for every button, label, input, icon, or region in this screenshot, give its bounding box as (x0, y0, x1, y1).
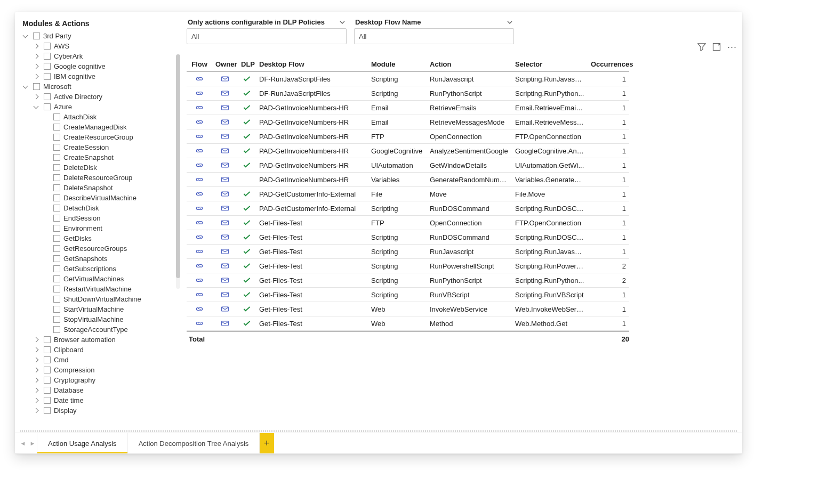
checkbox[interactable] (44, 63, 51, 70)
owner-mail-icon[interactable] (212, 288, 238, 302)
owner-mail-icon[interactable] (212, 101, 238, 115)
checkbox[interactable] (53, 215, 60, 222)
tree-node[interactable]: ShutDownVirtualMachine (22, 294, 173, 304)
flow-link-icon[interactable] (187, 259, 212, 273)
checkbox[interactable] (44, 346, 51, 353)
checkbox[interactable] (53, 326, 60, 333)
owner-mail-icon[interactable] (212, 302, 238, 316)
filter-icon[interactable] (697, 43, 706, 51)
col-desktop-flow[interactable]: Desktop Flow (256, 57, 368, 71)
flow-link-icon[interactable] (187, 245, 212, 258)
checkbox[interactable] (53, 154, 60, 161)
tree-node[interactable]: CreateManagedDisk (22, 122, 173, 132)
table-row[interactable]: Get-Files-TestFTPOpenConnectionFTP.OpenC… (187, 216, 629, 230)
tree-node[interactable]: GetSubscriptions (22, 264, 173, 274)
tree-node[interactable]: Database (22, 385, 173, 395)
owner-mail-icon[interactable] (212, 144, 238, 158)
owner-mail-icon[interactable] (212, 115, 238, 129)
tree-node[interactable]: GetResourceGroups (22, 243, 173, 254)
chevron-right-icon[interactable] (33, 367, 41, 374)
tree-node[interactable]: Display (22, 405, 173, 416)
table-row[interactable]: DF-RunJavaScriptFilesScriptingRunPythonS… (187, 86, 629, 101)
checkbox[interactable] (53, 235, 60, 242)
col-action[interactable]: Action (427, 57, 512, 71)
table-row[interactable]: PAD-GetInvoiceNumbers-HRVariablesGenerat… (187, 173, 629, 187)
owner-mail-icon[interactable] (212, 230, 238, 244)
tree-node[interactable]: Microsoft (22, 82, 173, 92)
page-tab[interactable]: Action Decomposition Tree Analysis (127, 433, 260, 453)
col-occurrences[interactable]: Occurrences (588, 57, 629, 71)
owner-mail-icon[interactable] (212, 316, 238, 330)
tree-node[interactable]: Cmd (22, 355, 173, 365)
owner-mail-icon[interactable] (212, 86, 238, 100)
tree-node[interactable]: IBM cognitive (22, 71, 173, 82)
flow-link-icon[interactable] (187, 86, 212, 100)
chevron-right-icon[interactable] (33, 397, 41, 404)
flow-link-icon[interactable] (187, 288, 212, 302)
page-tab[interactable]: Action Usage Analysis (37, 433, 128, 453)
tree-node[interactable]: StopVirtualMachine (22, 314, 173, 324)
chevron-right-icon[interactable] (33, 377, 41, 384)
owner-mail-icon[interactable] (212, 259, 238, 273)
tree-node[interactable]: RestartVirtualMachine (22, 284, 173, 294)
tree-node[interactable]: Environment (22, 223, 173, 233)
tree-node[interactable]: DeleteDisk (22, 162, 173, 173)
owner-mail-icon[interactable] (212, 173, 238, 186)
checkbox[interactable] (44, 53, 51, 60)
checkbox[interactable] (53, 286, 60, 292)
chevron-right-icon[interactable] (33, 356, 41, 364)
chevron-right-icon[interactable] (33, 53, 41, 60)
checkbox[interactable] (44, 367, 51, 373)
table-row[interactable]: DF-RunJavaScriptFilesScriptingRunJavascr… (187, 72, 629, 86)
checkbox[interactable] (44, 377, 51, 384)
tree-node[interactable]: DeleteResourceGroup (22, 173, 173, 183)
tree-node[interactable]: StartVirtualMachine (22, 304, 173, 314)
tree-node[interactable]: CreateSession (22, 142, 173, 152)
chevron-down-icon[interactable] (22, 32, 30, 40)
slicer-dlp-dropdown[interactable]: All (187, 28, 347, 44)
owner-mail-icon[interactable] (212, 216, 238, 230)
checkbox[interactable] (53, 164, 60, 171)
tree-node[interactable]: Date time (22, 395, 173, 405)
col-module[interactable]: Module (368, 57, 427, 71)
chevron-right-icon[interactable] (33, 93, 41, 101)
tree-node[interactable]: CreateSnapshot (22, 152, 173, 162)
tab-prev-button[interactable]: ◄ (18, 433, 28, 453)
checkbox[interactable] (44, 73, 51, 80)
chevron-right-icon[interactable] (33, 346, 41, 354)
checkbox[interactable] (44, 407, 51, 414)
focus-mode-icon[interactable] (712, 43, 721, 51)
tree-node[interactable]: GetSnapshots (22, 254, 173, 264)
owner-mail-icon[interactable] (212, 129, 238, 143)
table-row[interactable]: PAD-GetCustomerInfo-ExternalFileMoveFile… (187, 187, 629, 201)
tree-node[interactable]: Clipboard (22, 345, 173, 355)
table-row[interactable]: PAD-GetInvoiceNumbers-HRGoogleCognitiveA… (187, 144, 629, 158)
tree-node[interactable]: DeleteSnapshot (22, 183, 173, 193)
checkbox[interactable] (33, 32, 40, 39)
checkbox[interactable] (53, 275, 60, 282)
flow-link-icon[interactable] (187, 302, 212, 316)
tree-node[interactable]: AWS (22, 41, 173, 51)
tree-node[interactable]: Google cognitive (22, 61, 173, 71)
flow-link-icon[interactable] (187, 230, 212, 244)
table-row[interactable]: PAD-GetInvoiceNumbers-HREmailRetrieveEma… (187, 101, 629, 115)
col-owner[interactable]: Owner (212, 57, 238, 71)
checkbox[interactable] (44, 43, 51, 50)
checkbox[interactable] (53, 316, 60, 323)
flow-link-icon[interactable] (187, 173, 212, 186)
checkbox[interactable] (44, 397, 51, 404)
chevron-down-icon[interactable] (339, 19, 346, 26)
slicer-flow-dropdown[interactable]: All (354, 28, 514, 44)
tree-node[interactable]: DetachDisk (22, 203, 173, 213)
tree-node[interactable]: GetVirtualMachines (22, 274, 173, 284)
chevron-down-icon[interactable] (33, 103, 41, 111)
table-row[interactable]: PAD-GetCustomerInfo-ExternalScriptingRun… (187, 201, 629, 216)
tree-node[interactable]: Compression (22, 365, 173, 375)
chevron-down-icon[interactable] (22, 83, 30, 91)
checkbox[interactable] (44, 93, 51, 100)
flow-link-icon[interactable] (187, 216, 212, 230)
checkbox[interactable] (53, 306, 60, 313)
table-row[interactable]: Get-Files-TestScriptingRunJavascriptScri… (187, 245, 629, 259)
checkbox[interactable] (44, 356, 51, 363)
tree-node[interactable]: DescribeVirtualMachine (22, 193, 173, 203)
